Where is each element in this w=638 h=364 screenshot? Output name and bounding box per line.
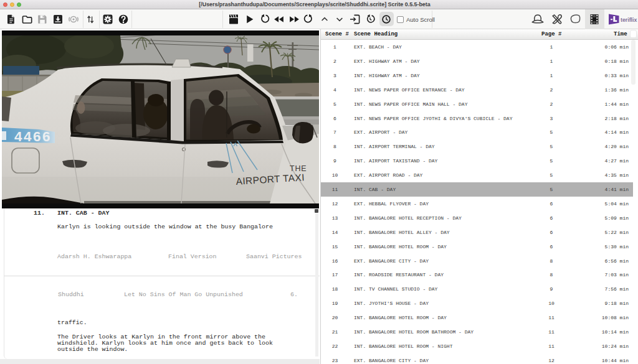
svg-text:4466: 4466 (14, 129, 52, 144)
svg-text:teriflix: teriflix (621, 17, 637, 23)
